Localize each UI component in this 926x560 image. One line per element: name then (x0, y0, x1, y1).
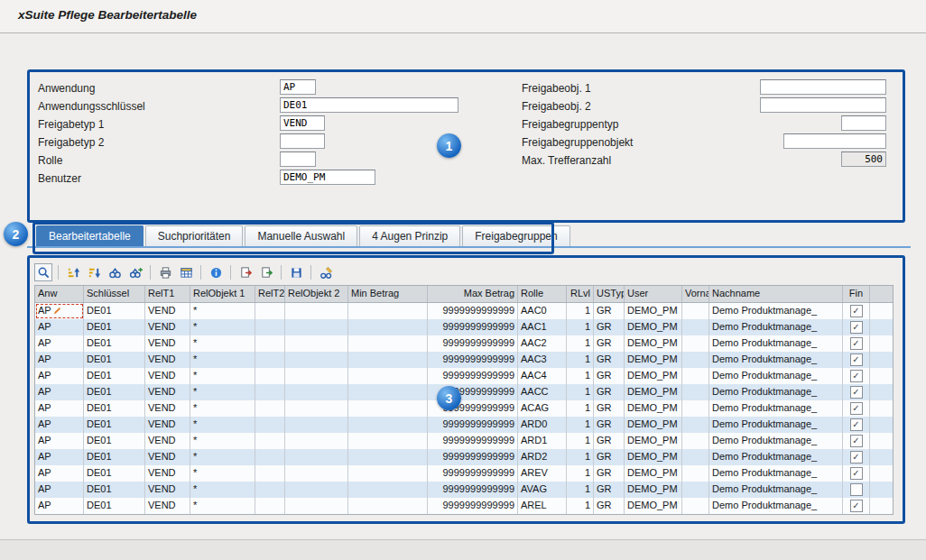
cell-max-betrag[interactable]: 9999999999999 (428, 433, 518, 449)
cell-rlvl[interactable]: 1 (567, 482, 594, 498)
cell-relt2[interactable] (255, 319, 285, 335)
cell-schluessel[interactable]: DE01 (84, 400, 145, 417)
cell-max-betrag[interactable]: 9999999999999 (428, 498, 518, 514)
cell-nachname[interactable]: Demo Produktmanage_ (709, 352, 843, 368)
cell-ustyp[interactable]: GR (594, 482, 625, 498)
cell-min-betrag[interactable] (348, 384, 428, 400)
cell-vorname[interactable] (682, 368, 709, 384)
cell-relt2[interactable] (255, 465, 285, 482)
cell-nachname[interactable]: Demo Produktmanage_ (709, 498, 843, 514)
tab-bearbeitertabelle[interactable]: Bearbeitertabelle (36, 225, 144, 246)
cell-rlvl[interactable]: 1 (567, 465, 594, 482)
cell-user[interactable]: DEMO_PM (625, 319, 682, 335)
cell-relobjekt-1[interactable]: * (190, 417, 255, 433)
cell-min-betrag[interactable] (348, 303, 428, 319)
column-header-max-betrag[interactable]: Max Betrag (428, 286, 518, 302)
cell-ustyp[interactable]: GR (594, 352, 625, 368)
cell-relobjekt-1[interactable]: * (190, 498, 255, 514)
cell-relt2[interactable] (255, 303, 285, 319)
cell-schluessel[interactable]: DE01 (84, 449, 145, 465)
cell-rolle[interactable]: AACC (518, 384, 567, 400)
cell-ustyp[interactable]: GR (594, 449, 625, 465)
column-header-anw[interactable]: Anw (35, 286, 84, 302)
cell-rlvl[interactable]: 1 (567, 433, 594, 449)
table-row[interactable]: APDE01VEND*9999999999999AAC21GRDEMO_PMDe… (35, 335, 893, 352)
cell-relobjekt-2[interactable] (285, 417, 348, 433)
cell-anw[interactable]: AP (35, 384, 84, 400)
cell-fin[interactable]: ✓ (843, 352, 870, 368)
cell-schluessel[interactable]: DE01 (84, 319, 145, 335)
cell-fin[interactable]: ✓ (843, 417, 870, 433)
cell-vorname[interactable] (682, 319, 709, 335)
column-header-rolle[interactable]: Rolle (518, 286, 567, 302)
cell-rolle[interactable]: ARD1 (518, 433, 567, 449)
freigabeobj-2-field[interactable] (760, 97, 886, 113)
fin-checkbox[interactable]: ✓ (850, 353, 863, 366)
cell-schluessel[interactable]: DE01 (84, 482, 145, 498)
cell-user[interactable]: DEMO_PM (625, 335, 682, 352)
cell-max-betrag[interactable]: 9999999999999 (428, 319, 518, 335)
cell-nachname[interactable]: Demo Produktmanage_ (709, 449, 843, 465)
cell-nachname[interactable]: Demo Produktmanage_ (709, 303, 843, 319)
cell-relt1[interactable]: VEND (145, 482, 190, 498)
fin-checkbox[interactable]: ✓ (850, 500, 863, 512)
cell-ustyp[interactable]: GR (594, 368, 625, 384)
fin-checkbox[interactable]: ✓ (850, 467, 863, 480)
cell-relobjekt-2[interactable] (285, 335, 348, 352)
sort-ascending-icon[interactable] (64, 263, 82, 281)
column-header-nachname[interactable]: Nachname (709, 286, 843, 302)
freigabegruppenobjekt-field[interactable] (783, 133, 886, 149)
cell-relt1[interactable]: VEND (145, 384, 190, 400)
details-icon[interactable] (34, 263, 52, 281)
cell-schluessel[interactable]: DE01 (84, 335, 145, 352)
cell-relt1[interactable]: VEND (145, 352, 190, 368)
cell-ustyp[interactable]: GR (594, 319, 625, 335)
table-row[interactable]: APDE01VEND*9999999999999AREV1GRDEMO_PMDe… (35, 465, 893, 482)
cell-rolle[interactable]: AAC2 (518, 335, 567, 352)
cell-rlvl[interactable]: 1 (567, 303, 594, 319)
cell-min-betrag[interactable] (348, 498, 428, 514)
cell-nachname[interactable]: Demo Produktmanage_ (709, 482, 843, 498)
cell-rlvl[interactable]: 1 (567, 384, 594, 400)
cell-user[interactable]: DEMO_PM (625, 449, 682, 465)
cell-relobjekt-1[interactable]: * (190, 400, 255, 417)
cell-fin[interactable]: ✓ (843, 384, 870, 400)
cell-relobjekt-2[interactable] (285, 368, 348, 384)
cell-ustyp[interactable]: GR (594, 433, 625, 449)
export-icon[interactable] (236, 263, 255, 281)
cell-nachname[interactable]: Demo Produktmanage_ (709, 384, 843, 400)
cell-max-betrag[interactable]: 9999999999999 (428, 352, 518, 368)
cell-anw[interactable]: AP (35, 465, 84, 482)
cell-user[interactable]: DEMO_PM (625, 498, 682, 514)
cell-relobjekt-1[interactable]: * (190, 384, 255, 400)
cell-fin[interactable]: ✓ (843, 335, 870, 352)
cell-rolle[interactable]: AAC4 (518, 368, 567, 384)
cell-rlvl[interactable]: 1 (567, 449, 594, 465)
cell-schluessel[interactable]: DE01 (84, 384, 145, 400)
cell-min-betrag[interactable] (348, 449, 428, 465)
cell-max-betrag[interactable]: 9999999999999 (428, 465, 518, 482)
fin-checkbox[interactable]: ✓ (850, 337, 863, 350)
cell-relt1[interactable]: VEND (145, 498, 190, 514)
cell-relt2[interactable] (255, 335, 285, 352)
cell-user[interactable]: DEMO_PM (625, 303, 682, 319)
table-row[interactable]: APDE01VEND*9999999999999ARD11GRDEMO_PMDe… (35, 433, 893, 449)
table-row[interactable]: APDE01VEND*9999999999999AAC11GRDEMO_PMDe… (35, 319, 893, 335)
cell-relobjekt-2[interactable] (285, 384, 348, 400)
cell-rolle[interactable]: ARD2 (518, 449, 567, 465)
cell-max-betrag[interactable]: 9999999999999 (428, 303, 518, 319)
cell-nachname[interactable]: Demo Produktmanage_ (709, 335, 843, 352)
cell-max-betrag[interactable]: 9999999999999 (428, 449, 518, 465)
cell-user[interactable]: DEMO_PM (625, 482, 682, 498)
cell-anw[interactable]: AP (35, 482, 84, 498)
fin-checkbox[interactable]: ✓ (850, 435, 863, 447)
column-header-rlvl[interactable]: RLvl (567, 286, 594, 302)
cell-schluessel[interactable]: DE01 (84, 417, 145, 433)
cell-anw[interactable]: AP (35, 449, 84, 465)
cell-relobjekt-2[interactable] (285, 319, 348, 335)
cell-relobjekt-1[interactable]: * (190, 449, 255, 465)
fin-checkbox[interactable]: ✓ (850, 418, 863, 431)
cell-max-betrag[interactable]: 9999999999999 (428, 335, 518, 352)
fin-checkbox[interactable]: ✓ (850, 386, 863, 399)
cell-vorname[interactable] (682, 352, 709, 368)
